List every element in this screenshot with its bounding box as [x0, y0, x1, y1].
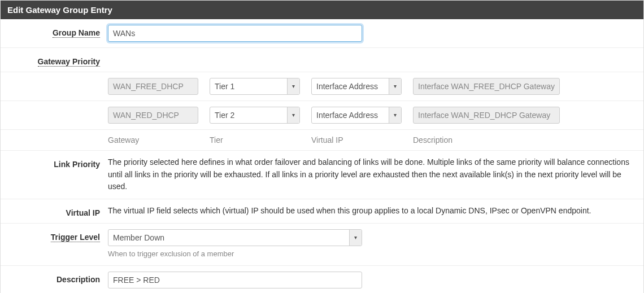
group-name-input[interactable] — [108, 25, 362, 42]
description-help: A description may be entered here for ad… — [108, 291, 638, 293]
col-header-gateway: Gateway — [108, 135, 198, 145]
tier-select-value: Tier 1 — [215, 82, 234, 91]
chevron-down-icon: ▾ — [389, 107, 401, 123]
chevron-down-icon: ▾ — [287, 78, 299, 94]
row-trigger-level: Trigger Level Member Down ▾ When to trig… — [1, 224, 643, 266]
trigger-level-value: Member Down — [113, 233, 164, 242]
col-header-vip: Virtual IP — [311, 135, 402, 145]
vip-select-value: Interface Address — [316, 82, 378, 91]
chevron-down-icon: ▾ — [389, 78, 401, 94]
link-priority-text: The priority selected here defines in wh… — [108, 156, 638, 193]
trigger-level-help: When to trigger exclusion of a member — [108, 248, 638, 260]
row-link-priority: Link Priority The priority selected here… — [1, 151, 643, 199]
tier-select[interactable]: Tier 2 ▾ — [210, 107, 300, 124]
gateway-name-display: WAN_RED_DHCP — [108, 107, 198, 124]
label-link-priority: Link Priority — [6, 156, 108, 169]
gateway-row: WAN_FREE_DHCP Tier 1 ▾ Interface Address… — [1, 72, 643, 101]
trigger-level-select[interactable]: Member Down ▾ — [108, 229, 362, 246]
panel-title: Edit Gateway Group Entry — [1, 1, 643, 19]
col-header-desc: Description — [413, 135, 560, 145]
virtual-ip-text: The virtual IP field selects which (virt… — [108, 205, 638, 217]
vip-select[interactable]: Interface Address ▾ — [311, 78, 402, 95]
vip-select-value: Interface Address — [316, 111, 378, 120]
label-description: Description — [6, 272, 108, 284]
vip-select[interactable]: Interface Address ▾ — [311, 107, 402, 124]
label-virtual-ip: Virtual IP — [6, 205, 108, 217]
row-description: Description A description may be entered… — [1, 266, 643, 293]
gateway-group-panel: Edit Gateway Group Entry Group Name Gate… — [0, 0, 644, 293]
chevron-down-icon: ▾ — [287, 107, 299, 123]
label-gateway-priority: Gateway Priority — [6, 54, 108, 66]
gateway-row: WAN_RED_DHCP Tier 2 ▾ Interface Address … — [1, 101, 643, 130]
label-trigger-level: Trigger Level — [6, 229, 108, 242]
tier-select[interactable]: Tier 1 ▾ — [210, 78, 300, 95]
label-group-name: Group Name — [6, 25, 108, 37]
row-virtual-ip: Virtual IP The virtual IP field selects … — [1, 199, 643, 224]
gateway-column-headers: Gateway Tier Virtual IP Description — [1, 130, 643, 151]
description-input[interactable] — [108, 272, 362, 288]
tier-select-value: Tier 2 — [215, 111, 234, 120]
chevron-down-icon: ▾ — [349, 230, 362, 246]
col-header-tier: Tier — [210, 135, 300, 145]
row-gateway-priority-header: Gateway Priority — [1, 48, 643, 72]
gateway-desc-display: Interface WAN_RED_DHCP Gateway — [413, 107, 560, 124]
row-group-name: Group Name — [1, 19, 643, 48]
gateway-name-display: WAN_FREE_DHCP — [108, 78, 198, 95]
gateway-desc-display: Interface WAN_FREE_DHCP Gateway — [413, 78, 560, 95]
